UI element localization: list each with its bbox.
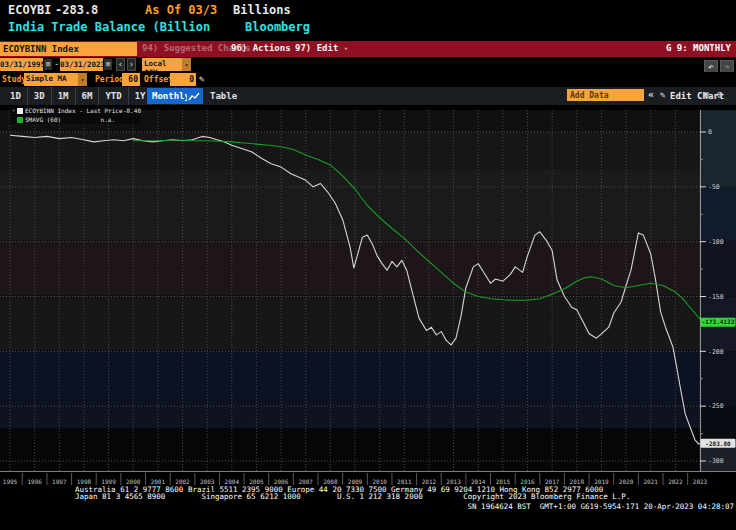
ticker-last-value: -283.8 [55,3,98,17]
next-period-button[interactable]: › [127,58,136,71]
right-axis-strip [700,110,736,472]
axis-band [700,406,736,441]
y-tick-label: 0 [708,128,712,136]
tab-ytd[interactable]: YTD [99,87,128,105]
x-tick-label: 2012 [422,478,437,485]
chevron-down-icon: ▾ [344,45,348,53]
pencil-icon: ✎ [660,90,665,100]
offset-input[interactable] [170,73,196,86]
calendar-icon[interactable]: ▦ [104,59,112,70]
x-tick-label: 2008 [323,478,338,485]
chevron-down-icon: ▾ [10,106,17,115]
series2-swatch [17,117,23,123]
x-axis[interactable]: 1995199619971998199920002001200220032004… [3,473,708,485]
chart-plot-area[interactable]: 0-50-100-150-200-250-300 199519961997199… [0,105,736,487]
series1-swatch [17,108,23,114]
x-tick-label: 2001 [151,478,166,485]
chart-bands [0,110,700,472]
x-tick-label: 2002 [175,478,190,485]
footer-terminal-info: SN 1964624 BST GMT+1:00 G619-5954-171 20… [468,502,734,511]
x-tick-label: 1998 [77,478,92,485]
units-label: Billions [233,3,291,17]
date-to-input[interactable] [60,58,103,71]
x-tick-label: 2016 [520,478,535,485]
date-separator: - [54,59,59,69]
edit-menu-button[interactable]: 97) Edit ▾ [295,43,348,53]
study-label: Study [2,75,26,84]
plot-band [0,168,700,240]
y-tick-label: -50 [708,183,720,191]
prev-period-button[interactable]: ‹ [116,58,125,71]
page-title: India Trade Balance (Billion [8,20,210,34]
header-line2: India Trade Balance (Billion Bloomberg [0,20,736,37]
tab-1d[interactable]: 1D [4,87,28,105]
y-tick-label: -250 [708,402,724,410]
header-line1: ECOYBI -283.8 As Of 03/3 Billions [0,3,736,20]
plot-band [0,132,700,168]
chevron-down-icon[interactable]: ▾ [78,73,87,86]
legend-row-smavg[interactable]: SMAVG (60) n.a. [10,115,141,124]
x-tick-label: 2010 [372,478,387,485]
x-tick-label: 2019 [594,478,609,485]
ticker: ECOYBI [8,3,51,17]
series1-value: -8.40 [123,106,141,115]
x-tick-label: 2004 [225,478,240,485]
x-tick-label: 2020 [619,478,634,485]
y-tick-label: -300 [708,457,724,465]
security-input[interactable] [0,42,137,56]
x-tick-label: 2017 [545,478,560,485]
date-from-input[interactable] [0,58,43,71]
y-tick-label: -100 [708,238,724,246]
x-tick-label: 2013 [446,478,461,485]
study-select[interactable]: Simple MA [24,73,78,86]
y-tick-label: -200 [708,348,724,356]
x-tick-label: 2022 [668,478,683,485]
table-button[interactable]: Table [210,87,237,105]
axis-band [700,110,736,187]
x-tick-label: 2003 [200,478,215,485]
chevron-down-icon[interactable]: ▾ [182,58,191,71]
series1-label: ECOYBINN Index - Last Price [25,106,123,115]
add-data-input[interactable] [567,89,644,101]
tab-3d[interactable]: 3D [28,87,52,105]
period-label: Period [95,75,124,84]
x-tick-label: 2023 [693,478,708,485]
tab-6m[interactable]: 6M [76,87,100,105]
x-tick-label: 2007 [298,478,313,485]
chart-toolbar: 1D 3D 1M 6M YTD 1Y 5Y Max Monthly▼ Table… [0,87,736,105]
chart-legend: ▾ ECOYBINN Index - Last Price -8.40 SMAV… [10,106,141,124]
as-of-label: As Of 03/3 [145,3,217,17]
export-icon[interactable]: ▣ [703,89,708,99]
x-tick-label: 2021 [643,478,658,485]
gear-icon[interactable]: ⚙ [717,89,723,100]
tab-1m[interactable]: 1M [52,87,76,105]
command-bar: 94) Suggested Charts 96) Actions ▾ 97) E… [0,41,736,57]
period-input[interactable] [122,73,140,86]
legend-row-price[interactable]: ▾ ECOYBINN Index - Last Price -8.40 [10,106,141,115]
offset-label: Offset [144,75,173,84]
x-tick-label: 2011 [397,478,412,485]
calendar-icon[interactable]: ▦ [44,59,52,70]
chart-type-button[interactable] [187,88,201,104]
x-tick-label: 1995 [3,478,18,485]
collapse-panel-icon[interactable]: « [648,89,654,100]
plot-band [0,295,700,350]
plot-band [0,406,700,428]
x-tick-label: 2015 [496,478,511,485]
y-tick-label: -150 [708,293,724,301]
axis-band [700,187,736,242]
x-tick-label: 1999 [101,478,116,485]
brand-label: Bloomberg [245,20,310,34]
actions-menu-button[interactable]: 96) Actions ▾ [231,43,300,53]
x-tick-label: 2018 [570,478,585,485]
x-tick-label: 2005 [249,478,264,485]
pencil-icon[interactable]: ✎ [199,74,204,84]
badge-value: -173.4133 [702,318,735,325]
currency-select[interactable]: Local CCY [142,58,182,71]
axis-band [700,351,736,406]
x-tick-label: 1996 [27,478,42,485]
series2-label: SMAVG (60) [25,115,61,124]
x-tick-label: 2006 [274,478,289,485]
axis-band [700,242,736,297]
date-range-row: ▦ - ▦ ‹ › Local CCY ▾ [0,57,736,72]
